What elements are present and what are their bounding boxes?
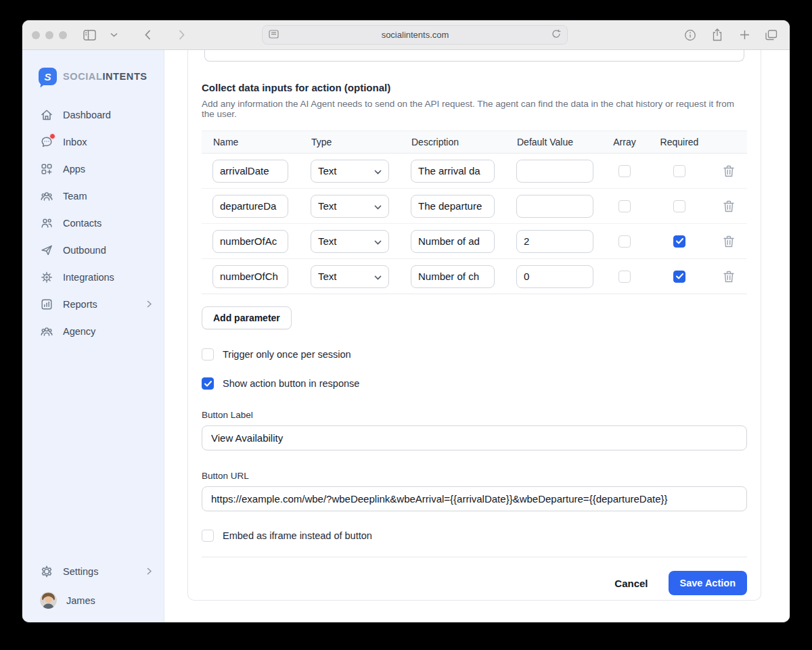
close-window-button[interactable] [32,31,40,39]
param-description-input[interactable] [411,195,495,218]
delete-row-button[interactable] [723,271,734,283]
show-action-button-checkbox[interactable] [202,377,214,390]
required-checkbox[interactable] [673,235,685,248]
sidebar-item-label: Reports [63,299,97,310]
param-type-select[interactable]: Text [311,230,389,253]
paper-plane-icon [40,243,53,257]
share-icon[interactable] [708,27,726,43]
back-icon[interactable] [139,27,156,43]
sidebar-item-reports[interactable]: Reports [22,291,164,318]
param-type-select[interactable]: Text [311,195,389,218]
reload-icon[interactable] [551,29,561,41]
param-description-input[interactable] [411,160,495,183]
unread-badge [49,133,55,139]
cancel-button[interactable]: Cancel [614,578,648,589]
embed-iframe-checkbox[interactable] [202,530,214,542]
table-header-row: Name Type Description Default Value Arra… [202,131,747,154]
chevron-down-icon [374,165,382,177]
action-form-card: Collect data inputs for action (optional… [187,50,761,601]
sidebar-item-label: Contacts [63,218,102,229]
array-checkbox[interactable] [618,271,631,283]
table-row: Text [202,224,747,259]
column-header: Required [649,137,710,147]
param-type-select[interactable]: Text [311,265,389,288]
param-default-input[interactable] [516,230,593,253]
chevron-down-icon [374,235,382,247]
param-name-input[interactable] [212,160,288,183]
sidebar-item-label: Dashboard [63,110,111,120]
gear-icon [40,565,53,578]
sidebar-item-contacts[interactable]: Contacts [22,210,164,237]
save-action-button[interactable]: Save Action [669,571,747,595]
forward-icon[interactable] [173,27,190,43]
avatar [40,592,57,609]
sidebar-toggle-icon[interactable] [81,27,98,43]
table-row: Text [202,259,747,294]
agency-icon [40,325,53,338]
reader-icon[interactable] [269,29,279,41]
array-checkbox[interactable] [618,200,631,212]
address-bar[interactable]: socialintents.com [262,25,568,45]
new-tab-icon[interactable] [736,27,753,43]
param-name-input[interactable] [212,265,288,288]
sidebar-item-apps[interactable]: Apps [22,156,164,183]
param-default-input[interactable] [516,160,593,183]
delete-row-button[interactable] [723,200,734,212]
bar-chart-icon [40,298,53,311]
toolbar-chevron-down-icon[interactable] [105,27,122,43]
required-checkbox[interactable] [673,271,685,283]
sidebar-item-label: Team [63,191,87,202]
button-url-input[interactable] [202,486,747,511]
sidebar-item-integrations[interactable]: Integrations [22,264,164,291]
sidebar-item-settings[interactable]: Settings [22,558,164,585]
contacts-icon [40,216,53,230]
sidebar-user[interactable]: James [22,585,164,616]
user-name: James [66,595,95,606]
sidebar-item-label: Integrations [63,272,114,283]
param-name-input[interactable] [212,230,288,253]
logo-icon: S [39,68,57,85]
param-description-input[interactable] [411,230,495,253]
embed-iframe-option: Embed as iframe instead of button [202,530,747,542]
chat-icon [40,135,53,149]
url-text: socialintents.com [279,30,551,40]
param-description-input[interactable] [411,265,495,288]
parameters-table: Name Type Description Default Value Arra… [202,131,747,294]
column-header: Type [300,137,400,147]
sidebar-item-agency[interactable]: Agency [22,318,164,345]
sidebar-item-outbound[interactable]: Outbound [22,237,164,264]
checkbox-label: Show action button in response [223,378,359,389]
array-checkbox[interactable] [618,165,631,177]
trigger-once-option: Trigger only once per session [202,348,747,361]
traffic-lights [32,31,67,39]
logo[interactable]: S SOCIALINTENTS [22,50,164,97]
sidebar-item-team[interactable]: Team [22,183,164,210]
minimize-window-button[interactable] [45,31,53,39]
button-label-input[interactable] [202,425,747,450]
section-title: Collect data inputs for action (optional… [202,82,747,93]
sidebar-item-label: Inbox [63,137,87,147]
sidebar-item-dashboard[interactable]: Dashboard [22,101,164,129]
add-parameter-button[interactable]: Add parameter [202,306,292,329]
delete-row-button[interactable] [723,165,734,177]
param-default-input[interactable] [516,195,593,218]
required-checkbox[interactable] [673,165,685,177]
checkbox-label: Embed as iframe instead of button [223,530,372,541]
info-icon[interactable] [681,27,699,43]
show-action-button-option: Show action button in response [202,377,747,390]
sidebar-item-inbox[interactable]: Inbox [22,129,164,156]
array-checkbox[interactable] [618,235,631,248]
delete-row-button[interactable] [723,235,734,248]
param-type-select[interactable]: Text [311,160,389,183]
tab-overview-icon[interactable] [763,27,780,43]
section-description: Add any information the AI Agent needs t… [202,99,747,119]
param-default-input[interactable] [516,265,593,288]
chevron-right-icon [147,566,152,577]
table-row: Text [202,189,747,224]
param-name-input[interactable] [212,195,288,218]
trigger-once-checkbox[interactable] [202,348,214,361]
cutoff-input[interactable] [204,50,744,62]
zoom-window-button[interactable] [59,31,67,39]
button-label-field-label: Button Label [202,410,747,420]
required-checkbox[interactable] [673,200,685,212]
